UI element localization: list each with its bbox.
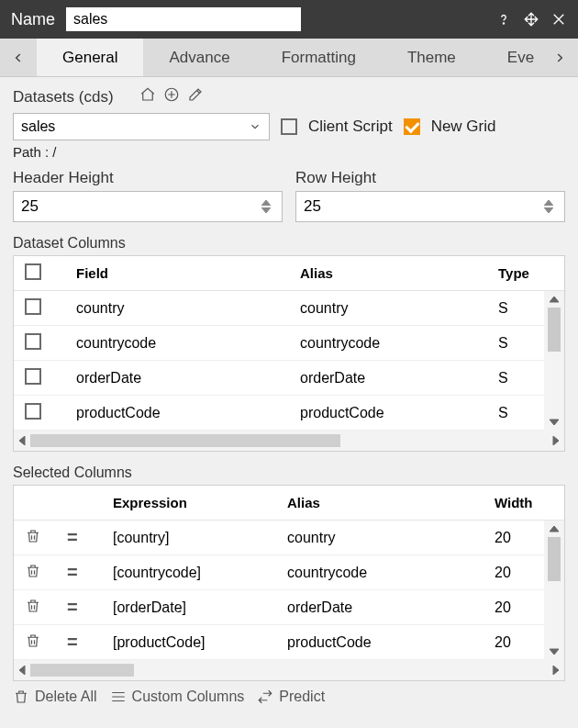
- datasets-label: Datasets (cds): [13, 88, 114, 106]
- custom-columns-button[interactable]: Custom Columns: [110, 689, 245, 705]
- col-header-alias: Alias: [300, 265, 498, 281]
- title-bar: Name: [0, 0, 578, 39]
- tab-general[interactable]: General: [37, 39, 143, 76]
- col-header-alias2: Alias: [287, 495, 495, 510]
- dataset-columns-title: Dataset Columns: [13, 235, 565, 252]
- delete-all-button[interactable]: Delete All: [13, 689, 97, 705]
- table-row[interactable]: orderDate orderDate S: [14, 361, 564, 396]
- row-checkbox[interactable]: [25, 333, 41, 350]
- name-label: Name: [11, 10, 55, 29]
- tab-formatting[interactable]: Formatting: [256, 39, 382, 76]
- datasets-row: sales Client Script New Grid: [13, 113, 565, 140]
- svg-point-0: [503, 23, 504, 24]
- table-row[interactable]: productCode productCode S: [14, 396, 564, 431]
- table-row[interactable]: = [country] country 20: [14, 521, 564, 555]
- row-checkbox[interactable]: [25, 403, 41, 420]
- table-row[interactable]: = [countrycode] countrycode 20: [14, 555, 564, 590]
- tab-advance[interactable]: Advance: [143, 39, 255, 76]
- row-height-input[interactable]: 25: [295, 191, 565, 222]
- delete-row-icon[interactable]: [25, 528, 67, 548]
- selected-columns-grid: Expression Alias Width = [country] count…: [13, 485, 565, 681]
- col-header-type: Type: [498, 265, 535, 281]
- drag-handle-icon[interactable]: =: [67, 597, 113, 618]
- vertical-scrollbar[interactable]: [544, 521, 564, 660]
- delete-row-icon[interactable]: [25, 563, 67, 583]
- col-header-width: Width: [495, 495, 535, 510]
- move-icon[interactable]: [523, 11, 539, 28]
- dataset-select[interactable]: sales: [13, 113, 270, 140]
- dataset-select-value: sales: [21, 118, 55, 135]
- tab-events[interactable]: Eve: [482, 39, 541, 76]
- horizontal-scrollbar[interactable]: [14, 660, 564, 680]
- delete-row-icon[interactable]: [25, 633, 67, 653]
- row-height-label: Row Height: [295, 169, 565, 187]
- help-icon[interactable]: [495, 11, 512, 28]
- close-icon[interactable]: [550, 11, 567, 28]
- predict-button[interactable]: Predict: [257, 689, 325, 705]
- table-row[interactable]: = [orderDate] orderDate 20: [14, 590, 564, 625]
- selected-columns-title: Selected Columns: [13, 465, 565, 481]
- tab-strip: General Advance Formatting Theme Eve: [0, 39, 578, 77]
- drag-handle-icon[interactable]: =: [67, 527, 113, 548]
- col-header-field: Field: [76, 265, 300, 281]
- horizontal-scrollbar[interactable]: [14, 431, 564, 451]
- general-panel: Datasets (cds) sales Client Script New G…: [0, 77, 578, 681]
- name-input[interactable]: [66, 7, 301, 31]
- vertical-scrollbar[interactable]: [544, 291, 564, 431]
- home-icon[interactable]: [139, 86, 156, 107]
- dataset-columns-grid: Field Alias Type country country S count…: [13, 255, 565, 452]
- table-row[interactable]: countrycode countrycode S: [14, 326, 564, 361]
- row-checkbox[interactable]: [25, 298, 41, 315]
- tab-scroll-left[interactable]: [0, 39, 37, 76]
- new-grid-checkbox[interactable]: [404, 118, 420, 135]
- client-script-label: Client Script: [308, 118, 393, 136]
- table-row[interactable]: = [productCode] productCode 20: [14, 625, 564, 660]
- drag-handle-icon[interactable]: =: [67, 632, 113, 653]
- header-height-label: Header Height: [13, 169, 283, 187]
- select-all-checkbox[interactable]: [25, 263, 41, 280]
- add-icon[interactable]: [163, 86, 180, 107]
- tab-theme[interactable]: Theme: [382, 39, 482, 76]
- header-height-input[interactable]: 25: [13, 191, 283, 222]
- datasets-header: Datasets (cds): [13, 86, 565, 107]
- bottom-toolbar: Delete All Custom Columns Predict: [0, 681, 578, 712]
- drag-handle-icon[interactable]: =: [67, 562, 113, 583]
- dataset-path: Path : /: [13, 144, 565, 160]
- tab-scroll-right[interactable]: [541, 39, 578, 76]
- new-grid-label: New Grid: [431, 118, 496, 136]
- client-script-checkbox[interactable]: [281, 118, 297, 135]
- row-checkbox[interactable]: [25, 368, 41, 385]
- delete-row-icon[interactable]: [25, 598, 67, 618]
- col-header-expression: Expression: [113, 495, 287, 510]
- edit-icon[interactable]: [187, 86, 204, 107]
- table-row[interactable]: country country S: [14, 291, 564, 326]
